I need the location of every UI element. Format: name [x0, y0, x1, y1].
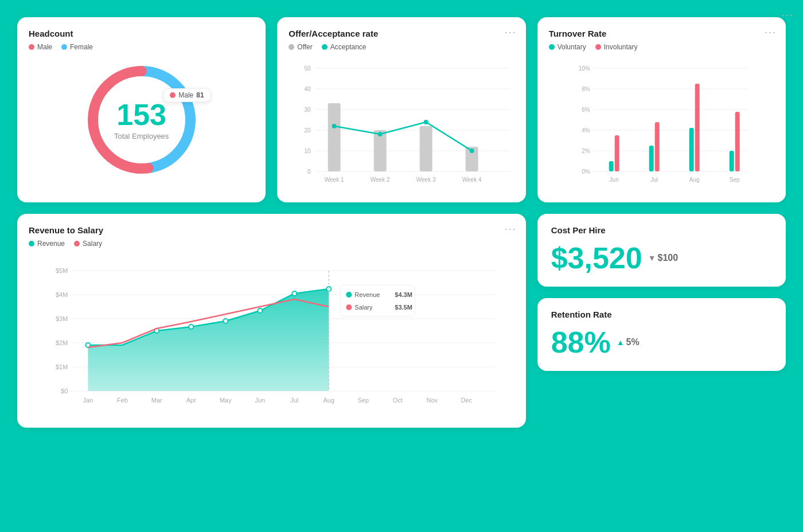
svg-text:Dec: Dec	[461, 397, 473, 404]
svg-text:10: 10	[305, 148, 311, 154]
cost-per-hire-card: Cost Per Hire ··· $3,520 ▼ $100	[537, 214, 786, 287]
svg-text:Jun: Jun	[609, 177, 618, 183]
total-employees-value: 153	[114, 100, 169, 130]
offer-chart: 50 40 30 20 10 0	[289, 57, 514, 191]
cost-change: ▼ $100	[648, 253, 678, 263]
svg-text:Oct: Oct	[393, 397, 403, 404]
svg-text:May: May	[220, 397, 232, 404]
offer-legend-item: Offer	[289, 43, 312, 51]
svg-text:20: 20	[305, 127, 311, 134]
offer-acceptance-card: Offer/Acceptance rate ··· Offer Acceptan…	[277, 17, 525, 202]
svg-text:Salary: Salary	[354, 304, 373, 311]
offer-menu[interactable]: ···	[505, 26, 517, 38]
acceptance-legend-item: Acceptance	[322, 43, 367, 51]
svg-text:Week 4: Week 4	[462, 177, 482, 183]
svg-text:Revenue: Revenue	[354, 291, 380, 298]
tooltip-label: Male	[178, 91, 193, 99]
svg-point-66	[189, 324, 193, 329]
retention-menu[interactable]: ···	[782, 9, 794, 21]
voluntary-dot	[549, 44, 555, 50]
cost-value: $3,520	[551, 241, 642, 275]
svg-text:Week 3: Week 3	[416, 177, 436, 183]
male-tooltip: Male 81	[163, 88, 210, 102]
svg-rect-40	[614, 135, 619, 171]
svg-point-67	[223, 319, 228, 323]
svg-text:Jan: Jan	[83, 397, 93, 404]
svg-marker-63	[88, 289, 329, 391]
svg-text:10%: 10%	[578, 65, 590, 72]
acceptance-label: Acceptance	[330, 43, 367, 51]
involuntary-legend: Involuntary	[595, 43, 638, 51]
revenue-card: Revenue to Salary ··· Revenue Salary	[17, 214, 526, 428]
tooltip-dot	[170, 92, 176, 98]
svg-point-20	[378, 132, 383, 136]
svg-rect-39	[609, 161, 613, 171]
svg-rect-17	[420, 126, 432, 171]
svg-point-69	[292, 291, 297, 296]
retention-change-value: 5%	[626, 337, 640, 347]
cost-change-value: $100	[658, 253, 679, 263]
svg-rect-43	[689, 128, 693, 171]
revenue-menu[interactable]: ···	[505, 223, 517, 235]
svg-rect-15	[328, 103, 341, 171]
revenue-title: Revenue to Salary	[29, 225, 514, 235]
svg-text:$2M: $2M	[56, 339, 68, 346]
svg-text:$0: $0	[61, 388, 68, 394]
total-employees-label: Total Employees	[114, 132, 169, 140]
svg-text:Sep: Sep	[358, 397, 369, 404]
donut-chart-container: 153 Total Employees Male 81	[79, 57, 205, 183]
svg-point-22	[470, 148, 474, 153]
turnover-chart: 10% 8% 6% 4% 2% 0%	[549, 57, 774, 191]
revenue-chart: $5M $4M $3M $2M $1M $0	[29, 253, 514, 416]
svg-text:Feb: Feb	[117, 397, 128, 404]
offer-dot	[289, 44, 294, 50]
cost-title: Cost Per Hire	[551, 225, 772, 235]
svg-text:0: 0	[307, 169, 311, 175]
turnover-card: Turnover Rate ··· Voluntary Involuntary	[537, 17, 786, 202]
revenue-legend: Revenue Salary	[29, 240, 514, 248]
salary-legend-item: Salary	[74, 240, 102, 248]
turnover-title: Turnover Rate	[549, 29, 774, 38]
offer-legend: Offer Acceptance	[289, 43, 514, 51]
svg-text:Nov: Nov	[427, 397, 438, 404]
voluntary-legend: Voluntary	[549, 43, 586, 51]
headcount-legend: Male Female	[29, 43, 254, 51]
svg-text:$4M: $4M	[56, 291, 68, 298]
female-legend-item: Female	[61, 43, 93, 51]
revenue-label: Revenue	[37, 240, 65, 248]
svg-point-21	[424, 120, 428, 124]
svg-text:Mar: Mar	[151, 397, 162, 404]
svg-text:30: 30	[305, 107, 311, 113]
tooltip-value: 81	[196, 91, 204, 99]
svg-rect-44	[695, 84, 699, 171]
turnover-legend: Voluntary Involuntary	[549, 43, 774, 51]
turnover-menu[interactable]: ···	[765, 26, 777, 38]
retention-value: 88%	[551, 325, 611, 359]
retention-title: Retention Rate	[551, 310, 772, 319]
svg-text:$1M: $1M	[56, 363, 68, 370]
svg-text:$3.5M: $3.5M	[395, 304, 412, 311]
svg-text:0%: 0%	[582, 169, 590, 175]
salary-label: Salary	[83, 240, 102, 248]
female-legend-dot	[61, 44, 67, 50]
retention-arrow-icon: ▲	[617, 338, 625, 347]
svg-text:4%: 4%	[582, 127, 590, 134]
cost-value-container: $3,520 ▼ $100	[551, 241, 772, 275]
svg-text:Aug: Aug	[323, 397, 335, 404]
svg-text:2%: 2%	[582, 148, 590, 154]
svg-rect-46	[735, 112, 739, 171]
svg-text:Jun: Jun	[255, 397, 265, 404]
svg-text:$5M: $5M	[56, 267, 68, 274]
right-column: Cost Per Hire ··· $3,520 ▼ $100 Retentio…	[537, 214, 786, 428]
male-legend-dot	[29, 44, 34, 50]
male-legend-label: Male	[37, 43, 52, 51]
svg-rect-45	[729, 151, 734, 171]
female-legend-label: Female	[70, 43, 93, 51]
cost-arrow-icon: ▼	[648, 253, 656, 263]
svg-text:$3M: $3M	[56, 315, 68, 322]
svg-text:Apr: Apr	[186, 397, 196, 404]
svg-text:Week 1: Week 1	[325, 177, 344, 183]
offer-title: Offer/Acceptance rate	[289, 29, 514, 38]
involuntary-dot	[595, 44, 601, 50]
svg-text:6%: 6%	[582, 107, 590, 113]
